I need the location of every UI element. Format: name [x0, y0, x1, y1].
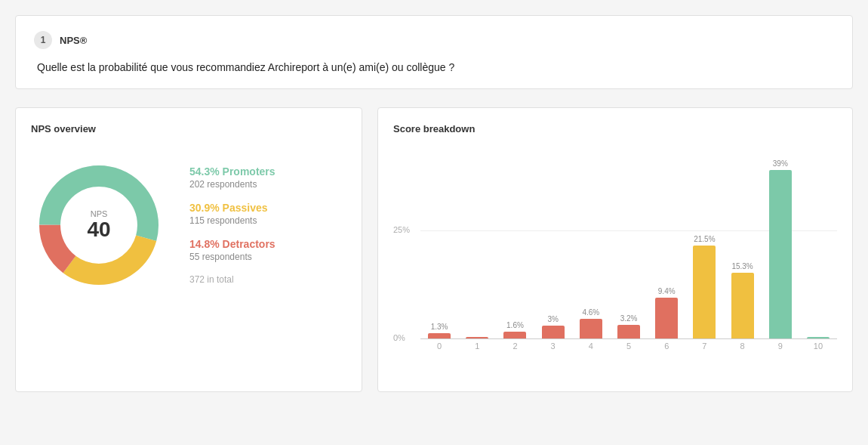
- bar-rect-10: [807, 337, 830, 338]
- x-axis-label: 3: [534, 341, 572, 351]
- bars-area: 1.3%1.6%3%4.6%3.2%9.4%21.5%15.3%39%: [420, 157, 837, 338]
- x-axis-line: [420, 338, 837, 339]
- passives-legend-item: 30.9% Passives 115 respondents: [189, 202, 346, 226]
- nps-content: NPS 40 54.3% Promoters 202 respondents 3…: [31, 150, 346, 301]
- bar-rect-0: [428, 333, 451, 338]
- bar-rect-7: [693, 246, 716, 338]
- bar-pct-label: 1.3%: [431, 323, 448, 331]
- donut-chart: NPS 40: [31, 157, 167, 293]
- donut-center: NPS 40: [87, 209, 110, 242]
- bar-item: 39%: [762, 159, 799, 338]
- bar-rect-4: [580, 319, 602, 338]
- passives-percent: 30.9% Passives: [189, 202, 346, 214]
- bar-item: [799, 325, 837, 338]
- bar-pct-label: 3.2%: [620, 314, 638, 323]
- bar-pct-label: 39%: [773, 159, 788, 168]
- bar-item: 21.5%: [685, 235, 723, 338]
- x-axis-label: 8: [724, 341, 762, 351]
- bar-pct-label: 4.6%: [582, 308, 599, 317]
- bar-item: 3.2%: [610, 314, 648, 338]
- bar-rect-8: [731, 273, 754, 338]
- bar-rect-1: [466, 337, 488, 338]
- x-axis-label: 9: [762, 341, 799, 351]
- bar-pct-label: 15.3%: [731, 262, 753, 270]
- x-axis-label: 6: [648, 341, 685, 351]
- x-axis-label: 1: [458, 341, 496, 351]
- passives-respondents: 115 respondents: [189, 215, 346, 226]
- bar-rect-5: [617, 325, 640, 338]
- nps-overview-title: NPS overview: [31, 123, 346, 134]
- nps-legend: 54.3% Promoters 202 respondents 30.9% Pa…: [189, 165, 346, 285]
- question-header: 1 NPS®: [34, 31, 834, 49]
- bar-pct-label: 3%: [547, 315, 558, 323]
- bar-item: 4.6%: [572, 308, 610, 338]
- x-axis-labels: 012345678910: [420, 341, 837, 351]
- bar-rect-6: [655, 298, 678, 338]
- bar-item: 1.3%: [420, 323, 458, 338]
- score-breakdown-title: Score breakdown: [393, 123, 837, 134]
- bar-chart-container: 25%0%1.3%1.6%3%4.6%3.2%9.4%21.5%15.3%39%…: [393, 150, 837, 376]
- nps-overview-card: NPS overview: [15, 107, 362, 392]
- detractors-respondents: 55 respondents: [189, 252, 346, 262]
- detractors-legend-item: 14.8% Detractors 55 respondents: [189, 238, 346, 262]
- bar-item: 9.4%: [648, 287, 685, 338]
- total-respondents: 372 in total: [189, 274, 346, 285]
- bottom-row: NPS overview: [15, 107, 853, 392]
- bar-pct-label: 1.6%: [506, 321, 524, 329]
- question-badge: NPS®: [60, 35, 87, 46]
- bar-pct-label: 9.4%: [658, 287, 676, 295]
- promoters-percent: 54.3% Promoters: [189, 165, 346, 178]
- detractors-percent: 14.8% Detractors: [189, 238, 346, 250]
- bar-pct-label: 21.5%: [694, 235, 715, 243]
- page-wrapper: 1 NPS® Quelle est la probabilité que vou…: [0, 0, 868, 445]
- bar-item: [458, 325, 496, 338]
- x-axis-label: 7: [685, 341, 723, 351]
- bar-rect-3: [542, 326, 565, 338]
- x-axis-label: 5: [610, 341, 648, 351]
- x-axis-label: 2: [496, 341, 534, 351]
- question-number: 1: [34, 31, 52, 49]
- bar-rect-9: [769, 170, 792, 338]
- question-card: 1 NPS® Quelle est la probabilité que vou…: [15, 15, 853, 89]
- nps-value: 40: [87, 218, 110, 242]
- bar-item: 1.6%: [496, 321, 534, 338]
- bar-item: 15.3%: [724, 262, 762, 338]
- x-axis-label: 0: [420, 341, 458, 351]
- question-text: Quelle est la probabilité que vous recom…: [34, 61, 834, 73]
- promoters-respondents: 202 respondents: [189, 179, 346, 190]
- promoters-legend-item: 54.3% Promoters 202 respondents: [189, 165, 346, 190]
- x-axis-label: 4: [572, 341, 610, 351]
- x-axis-label: 10: [799, 341, 837, 351]
- bar-rect-2: [503, 332, 526, 338]
- score-breakdown-card: Score breakdown 25%0%1.3%1.6%3%4.6%3.2%9…: [377, 107, 853, 392]
- bar-item: 3%: [534, 315, 572, 338]
